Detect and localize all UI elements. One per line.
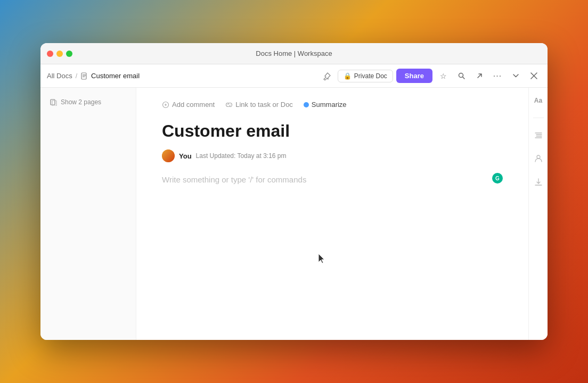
breadcrumb: All Docs / Customer email xyxy=(47,72,315,80)
private-doc-button[interactable]: 🔒 Private Doc xyxy=(338,70,393,82)
comment-icon xyxy=(162,101,169,109)
collapse-icon xyxy=(512,72,520,80)
right-panel: Aa xyxy=(528,88,548,340)
doc-area[interactable]: Add comment Link to task or Doc Summariz… xyxy=(136,88,528,340)
pin-icon xyxy=(323,72,331,80)
collaborators-button[interactable] xyxy=(532,152,545,165)
share-button[interactable]: Share xyxy=(396,69,432,83)
traffic-lights xyxy=(40,51,72,57)
maximize-button[interactable] xyxy=(66,51,72,57)
author-name: You xyxy=(179,152,192,160)
right-panel-divider xyxy=(533,118,544,118)
all-docs-link[interactable]: All Docs xyxy=(47,72,72,80)
app-window: Docs Home | Workspace All Docs / Custome… xyxy=(40,43,548,340)
main-content: Show 2 pages Add comment xyxy=(40,88,548,340)
svg-line-5 xyxy=(462,77,464,79)
add-comment-button[interactable]: Add comment xyxy=(162,101,215,109)
window-title: Docs Home | Workspace xyxy=(256,49,332,57)
nav-actions: 🔒 Private Doc Share ☆ ··· xyxy=(320,69,541,84)
export-button[interactable] xyxy=(472,69,487,84)
search-icon xyxy=(458,72,466,80)
close-doc-button[interactable] xyxy=(526,69,541,84)
private-doc-label: Private Doc xyxy=(354,72,387,80)
summarize-button[interactable]: Summarize xyxy=(304,101,347,109)
close-icon xyxy=(530,72,537,79)
pin-icon-btn[interactable] xyxy=(320,69,334,84)
more-icon: ··· xyxy=(493,71,502,81)
export-icon xyxy=(476,72,484,80)
sidebar: Show 2 pages xyxy=(40,88,136,340)
more-button[interactable]: ··· xyxy=(490,69,505,84)
star-icon: ☆ xyxy=(440,72,447,80)
summarize-dot xyxy=(304,102,309,107)
search-button[interactable] xyxy=(454,69,469,84)
document-title: Customer email xyxy=(162,121,503,141)
link-task-label: Link to task or Doc xyxy=(235,101,293,109)
avatar-image xyxy=(162,149,175,162)
add-comment-label: Add comment xyxy=(172,101,215,109)
text-format-button[interactable]: Aa xyxy=(532,94,545,107)
download-button[interactable] xyxy=(532,176,545,188)
toc-icon xyxy=(534,131,543,139)
nav-bar: All Docs / Customer email 🔒 Private Doc … xyxy=(40,64,548,88)
editor-placeholder: Write something or type '/' for commands xyxy=(162,175,306,184)
link-task-button[interactable]: Link to task or Doc xyxy=(225,101,293,109)
star-button[interactable]: ☆ xyxy=(436,69,451,84)
minimize-button[interactable] xyxy=(56,51,63,57)
doc-toolbar: Add comment Link to task or Doc Summariz… xyxy=(162,101,503,109)
summarize-label: Summarize xyxy=(312,101,347,109)
toc-button[interactable] xyxy=(532,129,545,141)
people-icon xyxy=(534,154,543,163)
collapse-button[interactable] xyxy=(508,69,523,84)
pages-icon xyxy=(50,98,58,106)
user-presence-dot: G xyxy=(492,173,503,184)
last-updated-text: Last Updated: Today at 3:16 pm xyxy=(196,152,287,160)
svg-point-17 xyxy=(537,155,540,159)
author-row: You Last Updated: Today at 3:16 pm xyxy=(162,149,503,162)
download-icon xyxy=(534,178,543,186)
show-pages-button[interactable]: Show 2 pages xyxy=(47,96,129,108)
link-icon xyxy=(225,101,233,109)
title-bar: Docs Home | Workspace xyxy=(40,43,548,64)
show-pages-label: Show 2 pages xyxy=(61,98,101,106)
doc-icon xyxy=(80,72,88,80)
breadcrumb-separator: / xyxy=(76,72,77,80)
lock-icon: 🔒 xyxy=(344,72,352,80)
close-button[interactable] xyxy=(47,51,53,57)
editor-area[interactable]: Write something or type '/' for commands… xyxy=(162,175,503,281)
avatar xyxy=(162,149,175,162)
current-doc-name: Customer email xyxy=(91,72,140,80)
